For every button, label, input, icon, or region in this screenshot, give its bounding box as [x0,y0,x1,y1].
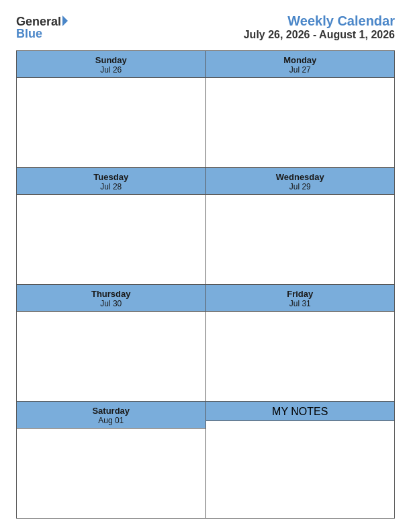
wednesday-body [206,195,395,284]
calendar-row-2: Tuesday Jul 28 Wednesday Jul 29 [17,168,394,285]
notes-body [206,421,395,518]
sunday-body [17,78,205,167]
date-range: July 26, 2026 - August 1, 2026 [244,29,395,41]
cell-thursday-header: Thursday Jul 30 [17,285,205,312]
calendar-title: Weekly Calendar [244,13,395,29]
cell-wednesday: Wednesday Jul 29 [206,168,395,284]
logo: General Blue [16,15,68,40]
friday-date: Jul 31 [209,299,392,308]
notes-header: MY NOTES [206,402,395,421]
cell-friday-header: Friday Jul 31 [206,285,395,312]
cell-sunday-header: Sunday Jul 26 [17,51,205,78]
cell-tuesday: Tuesday Jul 28 [17,168,206,284]
logo-general: General [16,15,61,28]
saturday-body [17,429,205,518]
cell-thursday: Thursday Jul 30 [17,285,206,401]
tuesday-date: Jul 28 [19,182,203,191]
wednesday-label: Wednesday [209,172,392,182]
sunday-date: Jul 26 [19,65,203,75]
tuesday-label: Tuesday [19,172,203,182]
calendar-grid: Sunday Jul 26 Monday Jul 27 Tuesday Jul … [16,50,395,519]
cell-friday: Friday Jul 31 [206,285,395,401]
thursday-body [17,312,205,401]
title-block: Weekly Calendar July 26, 2026 - August 1… [244,13,395,41]
friday-label: Friday [209,289,392,299]
cell-saturday-header: Saturday Aug 01 [17,402,205,429]
logo-triangle-icon [62,15,68,26]
cell-monday: Monday Jul 27 [206,51,395,167]
calendar-row-3: Thursday Jul 30 Friday Jul 31 [17,285,394,402]
thursday-date: Jul 30 [19,299,203,308]
cell-wednesday-header: Wednesday Jul 29 [206,168,395,195]
wednesday-date: Jul 29 [209,182,392,191]
cell-notes: MY NOTES [206,402,395,518]
friday-body [206,312,395,401]
monday-label: Monday [209,55,392,65]
calendar-row-1: Sunday Jul 26 Monday Jul 27 [17,51,394,168]
page: General Blue Weekly Calendar July 26, 20… [0,0,411,532]
cell-tuesday-header: Tuesday Jul 28 [17,168,205,195]
thursday-label: Thursday [19,289,203,299]
saturday-label: Saturday [19,406,203,416]
saturday-date: Aug 01 [19,416,203,425]
cell-monday-header: Monday Jul 27 [206,51,395,78]
logo-blue: Blue [16,28,42,40]
notes-label: MY NOTES [209,406,392,418]
header: General Blue Weekly Calendar July 26, 20… [16,13,395,41]
cell-sunday: Sunday Jul 26 [17,51,206,167]
monday-body [206,78,395,167]
monday-date: Jul 27 [209,65,392,75]
cell-saturday: Saturday Aug 01 [17,402,206,518]
calendar-row-4: Saturday Aug 01 MY NOTES [17,402,394,518]
tuesday-body [17,195,205,284]
sunday-label: Sunday [19,55,203,65]
